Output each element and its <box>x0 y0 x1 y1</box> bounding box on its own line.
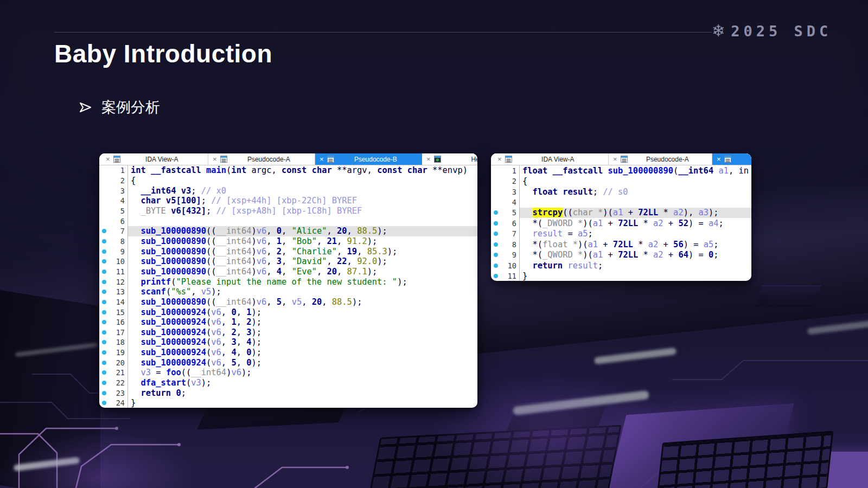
close-tab-icon[interactable]: × <box>317 156 326 163</box>
code-line[interactable]: 20 sub_100000924(v6, 5, 0); <box>99 357 477 368</box>
close-tab-icon[interactable]: × <box>104 156 112 163</box>
close-tab-icon[interactable]: × <box>424 156 433 163</box>
breakpoint-dot[interactable] <box>99 267 108 277</box>
code-line[interactable]: 8 sub_100000890((__int64)v6, 1, "Bob", 2… <box>99 236 477 247</box>
code-line[interactable]: 6 *(_DWORD *)(a1 + 72LL * a2 + 52) = a4; <box>491 218 751 228</box>
code-line[interactable]: 5 _BYTE v6[432]; // [xsp+A8h] [xbp-1C8h]… <box>99 206 477 216</box>
line-number: 20 <box>108 357 128 368</box>
breakpoint-dot[interactable] <box>99 307 108 317</box>
code-line[interactable]: 18 sub_100000924(v6, 3, 4); <box>99 337 477 348</box>
code-line[interactable]: 19 sub_100000924(v6, 4, 0); <box>99 348 477 358</box>
line-number: 24 <box>108 398 128 408</box>
tab-hex-vie[interactable]: ×Hex Vie <box>422 153 477 165</box>
line-number: 9 <box>500 250 520 260</box>
pseudocode-view[interactable]: 1float __fastcall sub_100000890(__int64 … <box>491 165 751 281</box>
code-line[interactable]: 11 sub_100000890((__int64)v6, 4, "Eve", … <box>99 267 477 277</box>
code-line[interactable]: 1float __fastcall sub_100000890(__int64 … <box>491 165 751 176</box>
breakpoint-dot[interactable] <box>491 271 500 281</box>
code-line[interactable]: 8 *(float *)(a1 + 72LL * a2 + 56) = a5; <box>491 239 751 249</box>
breakpoint-dot[interactable] <box>99 368 108 378</box>
breakpoint-gutter <box>99 216 108 226</box>
list-view-icon <box>327 156 334 163</box>
breakpoint-dot[interactable] <box>99 256 108 267</box>
breakpoint-dot[interactable] <box>491 229 500 239</box>
code-line[interactable]: 9 *(_QWORD *)(a1 + 72LL * a2 + 64) = 0; <box>491 250 751 260</box>
code-line[interactable]: 2{ <box>491 176 751 186</box>
code-line[interactable]: 4 char v5[100]; // [xsp+44h] [xbp-22Ch] … <box>99 196 477 206</box>
close-tab-icon[interactable]: × <box>714 156 723 163</box>
code-line[interactable]: 12 printf("Please input the name of the … <box>99 277 477 287</box>
line-number: 10 <box>500 260 520 271</box>
code-line[interactable]: 6 <box>99 216 477 226</box>
breakpoint-dot[interactable] <box>99 317 108 328</box>
breakpoint-dot[interactable] <box>99 246 108 256</box>
breakpoint-dot[interactable] <box>491 260 500 271</box>
breakpoint-gutter <box>99 185 108 196</box>
code-line[interactable]: 9 sub_100000890((__int64)v6, 2, "Charlie… <box>99 246 477 256</box>
breakpoint-dot[interactable] <box>99 348 108 358</box>
code-line[interactable]: 1int __fastcall main(int argc, const cha… <box>99 165 477 176</box>
breakpoint-dot[interactable] <box>99 236 108 247</box>
code-line[interactable]: 24} <box>99 398 477 408</box>
code-line[interactable]: 4 <box>491 197 751 207</box>
close-tab-icon[interactable]: × <box>210 156 219 163</box>
code-line[interactable]: 17 sub_100000924(v6, 2, 3); <box>99 328 477 338</box>
tab-pseudocode-a[interactable]: ×Pseudocode-A <box>609 153 712 165</box>
breakpoint-dot[interactable] <box>99 337 108 348</box>
breakpoint-dot[interactable] <box>99 287 108 297</box>
code-line[interactable]: 5 strcpy((char *)(a1 + 72LL * a2), a3); <box>491 208 751 218</box>
hex-view-icon <box>434 156 441 163</box>
code-text: sub_100000924(v6, 4, 0); <box>128 348 477 358</box>
code-text: sub_100000890((__int64)v6, 2, "Charlie",… <box>128 246 477 256</box>
tab-ida-view-a[interactable]: ×IDA View-A <box>493 153 609 165</box>
tab-ida-view-a[interactable]: ×IDA View-A <box>101 153 208 165</box>
code-line[interactable]: 2{ <box>99 176 477 186</box>
breakpoint-dot[interactable] <box>99 328 108 338</box>
breakpoint-dot[interactable] <box>99 226 108 236</box>
code-line[interactable]: 11} <box>491 271 751 281</box>
breakpoint-dot[interactable] <box>99 357 108 368</box>
event-logo: ❄ 2025 SDC <box>712 22 832 40</box>
code-line[interactable]: 22 dfa_start(v3); <box>99 378 477 388</box>
ida-window-sub: ×IDA View-A×Pseudocode-A×Ps 1float __fas… <box>491 153 751 281</box>
pseudocode-view[interactable]: 1int __fastcall main(int argc, const cha… <box>99 165 477 408</box>
line-number: 2 <box>500 176 520 186</box>
breakpoint-dot[interactable] <box>491 218 500 228</box>
breakpoint-dot[interactable] <box>99 398 108 408</box>
line-number: 4 <box>108 196 128 206</box>
breakpoint-dot[interactable] <box>99 277 108 287</box>
code-text: _BYTE v6[432]; // [xsp+A8h] [xbp-1C8h] B… <box>128 206 477 216</box>
tab-ps[interactable]: ×Ps <box>712 153 751 165</box>
breakpoint-dot[interactable] <box>99 388 108 398</box>
close-tab-icon[interactable]: × <box>495 156 504 163</box>
breakpoint-dot[interactable] <box>491 250 500 260</box>
line-number: 5 <box>108 206 128 216</box>
line-number: 6 <box>108 216 128 226</box>
breakpoint-dot[interactable] <box>99 378 108 388</box>
code-line[interactable]: 15 sub_100000924(v6, 0, 1); <box>99 307 477 317</box>
tab-pseudocode-b[interactable]: ×Pseudocode-B <box>315 153 422 165</box>
breakpoint-gutter <box>99 206 108 216</box>
code-line[interactable]: 23 return 0; <box>99 388 477 398</box>
code-line[interactable]: 13 scanf("%s", v5); <box>99 287 477 297</box>
code-line[interactable]: 10 sub_100000890((__int64)v6, 3, "David"… <box>99 256 477 267</box>
code-line[interactable]: 7 sub_100000890((__int64)v6, 0, "Alice",… <box>99 226 477 236</box>
line-number: 11 <box>500 271 520 281</box>
code-text: { <box>520 176 751 186</box>
code-line[interactable]: 7 result = a5; <box>491 229 751 239</box>
code-line[interactable]: 21 v3 = foo((__int64)v6); <box>99 368 477 378</box>
breakpoint-dot[interactable] <box>491 208 500 218</box>
breakpoint-dot[interactable] <box>99 297 108 307</box>
code-text: dfa_start(v3); <box>128 378 477 388</box>
close-tab-icon[interactable]: × <box>611 156 620 163</box>
breakpoint-dot[interactable] <box>491 239 500 249</box>
code-line[interactable]: 3 __int64 v3; // x0 <box>99 185 477 196</box>
breakpoint-gutter <box>491 187 500 197</box>
tab-label: IDA View-A <box>513 156 608 163</box>
code-line[interactable]: 14 sub_100000890((__int64)v6, 5, v5, 20,… <box>99 297 477 307</box>
tab-pseudocode-a[interactable]: ×Pseudocode-A <box>208 153 315 165</box>
code-text: sub_100000924(v6, 5, 0); <box>128 357 477 368</box>
code-line[interactable]: 3 float result; // s0 <box>491 187 751 197</box>
code-line[interactable]: 10 return result; <box>491 260 751 271</box>
code-line[interactable]: 16 sub_100000924(v6, 1, 2); <box>99 317 477 328</box>
